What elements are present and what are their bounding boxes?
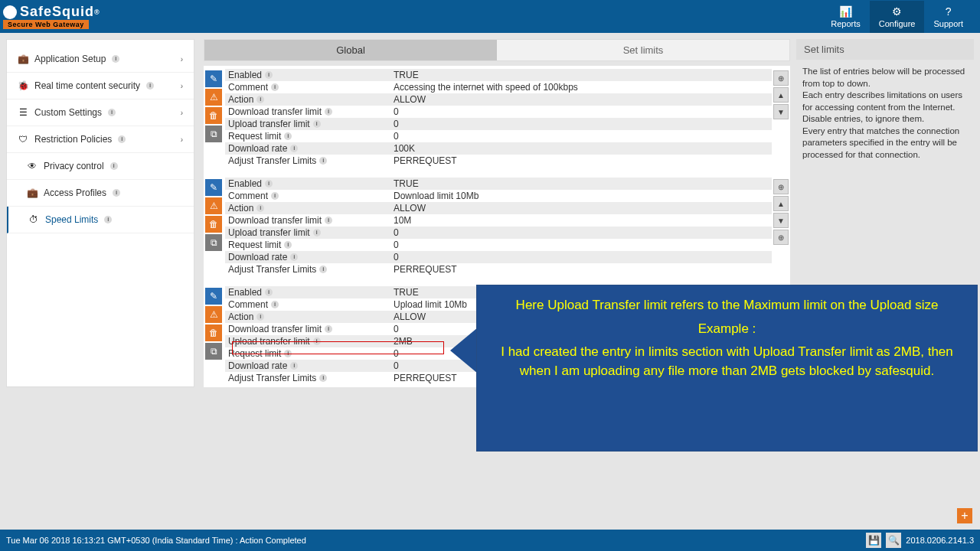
field-value: 0 [392,106,772,118]
sidebar-item-4[interactable]: 👁Privacy control i [7,153,194,180]
info-icon[interactable]: i [290,253,298,261]
field-label: Adjust Transfer Limits i [225,263,392,276]
reorder-button[interactable]: ⊕ [773,70,789,86]
info-icon[interactable]: i [271,301,279,308]
field-label: Enabled i [225,178,392,190]
reorder-button[interactable]: ⊕ [773,230,789,245]
entry-0: ✎⚠🗑⧉Enabled iTRUEComment iAccessing the … [204,66,790,170]
sidebar-item-1[interactable]: 🐞Real time content security i› [7,73,194,99]
info-icon[interactable]: i [265,180,273,187]
sidebar-item-2[interactable]: ☰Custom Settings i› [7,99,194,126]
info-icon[interactable]: i [313,229,321,236]
field-row: Enabled iTRUE [225,69,772,81]
search-button[interactable]: 🔍 [886,533,901,548]
info-icon[interactable]: i [325,217,332,224]
sidebar-item-0[interactable]: 💼Application Setup i› [7,46,194,73]
chevron-right-icon: › [181,82,183,90]
toggle-button[interactable]: ⚠ [205,197,222,214]
info-icon[interactable]: i [319,266,327,273]
callout-line3: I had created the entry in limits sectio… [491,343,963,380]
info-icon[interactable]: i [313,120,321,128]
clone-button[interactable]: ⧉ [205,126,222,142]
field-value: Download limit 10Mb [392,190,772,202]
info-icon[interactable]: i [256,204,264,212]
clone-button[interactable]: ⧉ [205,343,222,360]
info-icon[interactable]: i [265,289,273,296]
sidebar-item-6[interactable]: ⏱Speed Limits i [7,207,194,233]
delete-button[interactable]: 🗑 [205,107,222,124]
sidebar-item-5[interactable]: 💼Access Profiles i [7,180,194,207]
field-row: Action iALLOW [225,202,772,214]
info-icon[interactable]: i [284,132,292,140]
delete-button[interactable]: 🗑 [205,324,222,341]
info-icon[interactable]: i [104,216,112,223]
info-icon[interactable]: i [265,71,273,79]
sidebar-item-3[interactable]: 🛡Restriction Policies i› [7,126,194,153]
status-text: Tue Mar 06 2018 16:13:21 GMT+0530 (India… [6,536,306,545]
field-label: Enabled i [225,69,392,81]
field-row: Comment iAccessing the internet with spe… [225,81,772,93]
field-label: Action i [225,202,392,214]
field-row: Download transfer limit i10M [225,214,772,227]
toggle-button[interactable]: ⚠ [205,89,222,106]
edit-button[interactable]: ✎ [205,70,222,87]
field-label: Comment i [225,190,392,202]
sidebar-label: Restriction Policies [34,134,112,145]
info-icon[interactable]: i [256,96,264,103]
info-icon[interactable]: i [112,55,119,63]
info-icon[interactable]: i [284,241,292,249]
info-icon[interactable]: i [113,189,120,197]
reorder-button[interactable]: ▼ [773,104,789,119]
field-value: 0 [392,130,772,142]
field-row: Adjust Transfer Limits iPERREQUEST [225,263,772,276]
reorder-button[interactable]: ▲ [773,87,789,103]
info-icon[interactable]: i [290,145,298,152]
info-icon[interactable]: i [271,192,279,200]
nav-configure[interactable]: ⚙Configure [870,1,925,33]
field-label: Enabled i [225,286,392,298]
field-label: Download transfer limit i [225,323,392,335]
chevron-right-icon: › [181,109,183,117]
field-label: Download transfer limit i [225,106,392,118]
reorder-button[interactable]: ▲ [773,196,789,211]
info-icon[interactable]: i [325,108,332,116]
info-icon[interactable]: i [146,82,154,90]
edit-button[interactable]: ✎ [205,288,222,305]
nav-support[interactable]: ?Support [924,1,972,33]
tab-global[interactable]: Global [204,40,497,60]
field-row: Action iALLOW [225,93,772,106]
field-label: Comment i [225,298,392,311]
info-icon[interactable]: i [110,162,118,170]
save-button[interactable]: 💾 [866,533,881,548]
sidebar-icon: 🛡 [18,134,28,145]
info-icon[interactable]: i [319,157,327,165]
info-icon[interactable]: i [118,135,126,143]
nav-reports[interactable]: 📊Reports [822,1,870,33]
info-icon[interactable]: i [108,109,116,116]
clone-button[interactable]: ⧉ [205,234,222,251]
info-icon[interactable]: i [256,313,264,321]
info-icon[interactable]: i [290,362,298,370]
sidebar-label: Access Profiles [44,187,106,198]
field-label: Request limit i [225,239,392,251]
version-text: 2018.0206.2141.3 [906,536,974,545]
sidebar-icon: 💼 [18,54,28,64]
field-label: Download rate i [225,360,392,372]
field-label: Adjust Transfer Limits i [225,372,392,384]
info-icon[interactable]: i [325,325,332,333]
reorder-button[interactable]: ▼ [773,213,789,228]
logo-block: SafeSquid® Secure Web Gateway [0,4,100,29]
tab-set-limits[interactable]: Set limits [497,40,789,60]
toggle-button[interactable]: ⚠ [205,306,222,323]
field-value: 0 [392,239,772,251]
edit-button[interactable]: ✎ [205,179,222,196]
field-label: Request limit i [225,130,392,142]
info-icon[interactable]: i [319,374,327,382]
sidebar-icon: 🐞 [18,80,28,91]
reorder-button[interactable]: ⊕ [773,179,789,194]
info-icon[interactable]: i [271,83,279,91]
brand-tagline: Secure Web Gateway [3,20,89,29]
delete-button[interactable]: 🗑 [205,216,222,233]
field-label: Upload transfer limit i [225,118,392,130]
add-button[interactable]: + [957,508,972,523]
